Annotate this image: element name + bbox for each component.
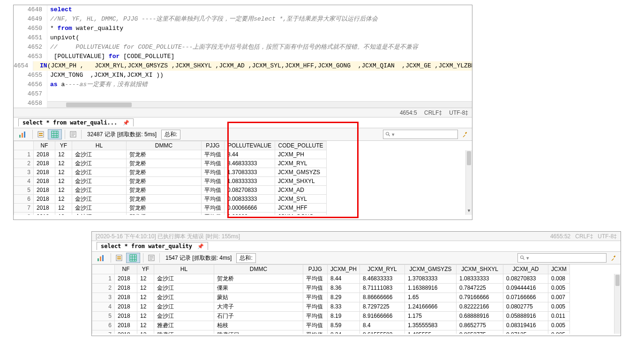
cell[interactable]: 平均值 xyxy=(303,312,328,321)
code-line[interactable]: 4651unpivot( xyxy=(14,33,472,43)
cell[interactable]: 2018 xyxy=(115,312,137,321)
cell[interactable]: 2018 xyxy=(34,159,55,168)
col-header[interactable]: YF xyxy=(137,265,154,274)
cell[interactable]: 平均值 xyxy=(202,186,225,195)
cell[interactable]: 12 xyxy=(55,159,72,168)
cell[interactable]: 0.07166666 xyxy=(503,293,548,302)
col-header[interactable]: DMMC xyxy=(127,141,202,150)
cell[interactable]: 0.00833333 xyxy=(225,195,275,204)
cell[interactable]: 1.37083333 xyxy=(225,168,275,177)
cell[interactable]: 0.0802775 xyxy=(503,302,548,312)
cell[interactable]: 0.011 xyxy=(548,312,570,321)
settings-button[interactable] xyxy=(608,253,619,263)
cell[interactable]: 贺龙桥 xyxy=(127,159,202,168)
cell[interactable]: 0.005 xyxy=(548,302,570,312)
cell[interactable]: 0.8652775 xyxy=(457,321,503,330)
cell[interactable]: 贺龙桥 xyxy=(127,186,202,195)
col-header[interactable]: YF xyxy=(55,141,72,150)
cell[interactable]: 8.33 xyxy=(328,302,360,312)
cell[interactable]: 0.07125 xyxy=(503,330,548,334)
cell[interactable]: 平均值 xyxy=(303,284,328,293)
cell[interactable]: 12 xyxy=(55,204,72,212)
col-header[interactable]: JCXM_AD xyxy=(503,265,548,274)
code-line[interactable]: 4649//NF, YF, HL, DMMC, PJJG ----这里不能单独列… xyxy=(14,15,472,24)
cell[interactable]: 平均值 xyxy=(303,330,328,334)
cell[interactable]: 1.65 xyxy=(405,293,457,302)
record-button[interactable] xyxy=(114,253,124,263)
grid-vscroll[interactable]: ▲ ▼ xyxy=(465,150,472,215)
table-row[interactable]: 6201812金沙江贺龙桥平均值0.00833333JCXM_SYL xyxy=(14,195,327,204)
table-row[interactable]: 5201812金沙江石门子平均值8.198.916666661.1750.688… xyxy=(92,312,570,321)
cell[interactable]: 8.4 xyxy=(360,321,405,330)
sum-button[interactable]: 总和: xyxy=(161,130,180,139)
grid-vscroll[interactable] xyxy=(614,274,621,334)
result-grid-2[interactable]: NFYFHLDMMCPJJGJCXM_PHJCXM_RYLJCXM_GMSYZS… xyxy=(92,264,570,334)
cell[interactable]: 平均值 xyxy=(202,150,225,159)
code-line[interactable]: 4656as a----as一定要有，没有就报错 xyxy=(14,80,472,89)
scroll-down-icon[interactable]: ▼ xyxy=(466,208,472,215)
cell[interactable]: 2018 xyxy=(115,284,137,293)
cell[interactable]: 金沙江 xyxy=(72,159,127,168)
cell[interactable]: 8.19 xyxy=(328,312,360,321)
cell[interactable]: 0.00002 xyxy=(225,212,275,215)
cell[interactable]: 2018 xyxy=(34,212,55,215)
code-line[interactable]: 4653 [POLLUTEVALUE] for [CODE_POLLUTE] xyxy=(14,52,472,61)
col-header[interactable]: PJJG xyxy=(303,265,328,274)
cell[interactable]: 金沙江 xyxy=(154,312,214,321)
cell[interactable]: 12 xyxy=(137,321,154,330)
cell[interactable]: JCXM_SYL xyxy=(275,195,327,204)
cell[interactable]: 12 xyxy=(55,168,72,177)
cell[interactable]: 柏枝 xyxy=(214,321,303,330)
cell[interactable]: 0.08319416 xyxy=(503,321,548,330)
code-line[interactable]: 4654 IN(JCXM_PH , JCXM_RYL,JCXM_GMSYZS ,… xyxy=(14,61,472,71)
result-grid[interactable]: NFYFHLDMMCPJJGPOLLUTEVALUECODE_POLLUTE12… xyxy=(14,141,327,215)
cell[interactable]: 平均值 xyxy=(202,195,225,204)
pin-icon[interactable]: 📌 xyxy=(197,243,204,249)
cell[interactable]: 2018 xyxy=(115,274,137,284)
cell[interactable]: 蒙姑 xyxy=(214,293,303,302)
record-button[interactable] xyxy=(36,129,46,139)
cell[interactable]: 12 xyxy=(137,330,154,334)
cell[interactable]: 0.007 xyxy=(548,293,570,302)
cell[interactable]: JCXM_HFF xyxy=(275,204,327,212)
cell[interactable]: 平均值 xyxy=(202,204,225,212)
cell[interactable]: 12 xyxy=(55,195,72,204)
cell[interactable]: 8.44 xyxy=(225,150,275,159)
cell[interactable]: 雅砻江 xyxy=(154,321,214,330)
col-header[interactable]: PJJG xyxy=(202,141,225,150)
cell[interactable]: 平均值 xyxy=(202,159,225,168)
cell[interactable]: 金沙江 xyxy=(154,284,214,293)
cell[interactable]: 傈果 xyxy=(214,284,303,293)
table-row[interactable]: 1201812金沙江贺龙桥平均值8.44JCXM_PH xyxy=(14,150,327,159)
col-header[interactable]: CODE_POLLUTE xyxy=(275,141,327,150)
cell[interactable]: 12 xyxy=(55,177,72,186)
cell[interactable]: 2018 xyxy=(115,302,137,312)
cell[interactable]: 12 xyxy=(137,293,154,302)
cell[interactable]: 8.46833333 xyxy=(225,159,275,168)
table-row[interactable]: 8201812金沙江贺龙桥平均值0.00002JCXM_GONG xyxy=(14,212,327,215)
cell[interactable]: 金沙江 xyxy=(72,168,127,177)
cell[interactable]: 0.79166666 xyxy=(457,293,503,302)
chart-button[interactable] xyxy=(94,253,108,263)
cell[interactable]: 8.91666666 xyxy=(360,312,405,321)
cell[interactable]: 平均值 xyxy=(202,212,225,215)
cell[interactable]: 金沙江 xyxy=(72,177,127,186)
cell[interactable]: 1.35555583 xyxy=(405,321,457,330)
chart-button[interactable] xyxy=(15,129,30,139)
cell[interactable]: 大湾子 xyxy=(214,302,303,312)
scrollbar-thumb[interactable] xyxy=(66,103,132,107)
col-header[interactable]: HL xyxy=(72,141,127,150)
table-row[interactable]: 2201812金沙江傈果平均值8.368.711110831.163889160… xyxy=(92,284,570,293)
cell[interactable]: 2018 xyxy=(34,177,55,186)
cell[interactable]: 石门子 xyxy=(214,312,303,321)
cell[interactable]: JCXM_RYL xyxy=(275,159,327,168)
result-tab[interactable]: select * from water_quali... 📌 xyxy=(18,118,134,126)
cell[interactable]: 12 xyxy=(137,302,154,312)
cell[interactable]: 金沙江 xyxy=(72,186,127,195)
col-header[interactable]: JCXM xyxy=(548,265,570,274)
cell[interactable]: 贺龙桥 xyxy=(127,150,202,159)
cell[interactable]: JCXM_AD xyxy=(275,186,327,195)
cell[interactable]: 0.008 xyxy=(548,274,570,284)
cell[interactable]: 8.71111083 xyxy=(360,284,405,293)
code-line[interactable]: 4650* from water_quality xyxy=(14,24,472,33)
